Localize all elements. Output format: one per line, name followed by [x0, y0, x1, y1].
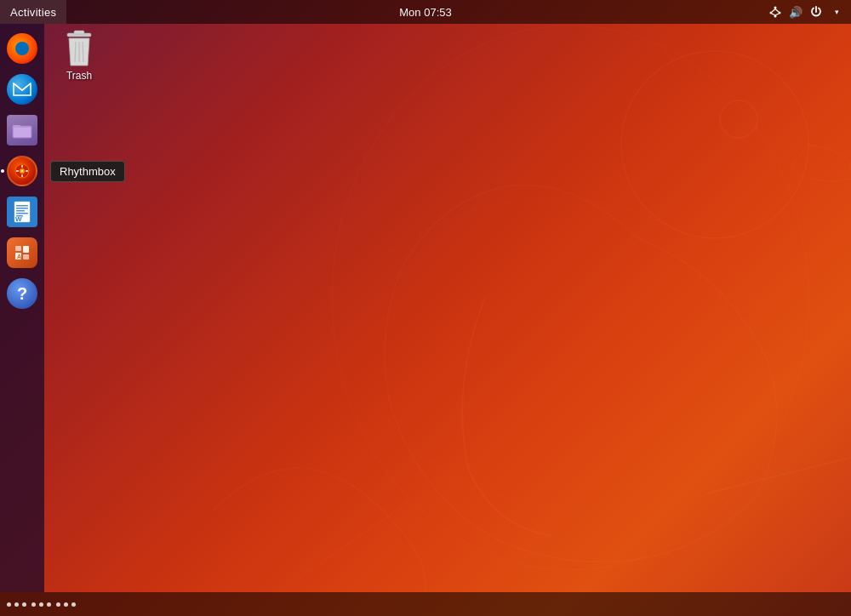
svg-rect-23	[16, 210, 25, 212]
dock-item-thunderbird[interactable]	[4, 71, 40, 107]
svg-text:A: A	[17, 254, 21, 260]
dot-5	[39, 602, 43, 607]
svg-point-15	[21, 170, 23, 172]
dock-item-writer[interactable]: W	[4, 194, 40, 230]
dot-3	[22, 602, 26, 607]
svg-line-8	[772, 9, 775, 13]
panel-right-icons: 🔊 ▾	[766, 0, 851, 24]
thunderbird-icon	[7, 74, 37, 105]
firefox-icon	[7, 33, 37, 64]
writer-icon: W	[7, 197, 37, 227]
dot-8	[64, 602, 68, 607]
svg-rect-29	[23, 254, 29, 260]
svg-line-11	[775, 14, 779, 15]
dot-7	[56, 602, 60, 607]
power-menu-chevron[interactable]: ▾	[827, 0, 846, 24]
trash-desktop-icon[interactable]: Trash	[58, 27, 100, 85]
dock-item-help[interactable]: ?	[4, 276, 40, 311]
help-icon: ?	[7, 278, 37, 309]
svg-rect-24	[16, 213, 28, 214]
dot-6	[47, 602, 51, 607]
power-icon[interactable]	[807, 0, 825, 24]
files-icon	[7, 115, 37, 145]
svg-rect-30	[15, 246, 21, 251]
dock-item-rhythmbox[interactable]: Rhythmbox	[4, 153, 40, 189]
svg-point-2	[720, 100, 757, 138]
svg-text:W: W	[15, 215, 22, 223]
rhythmbox-icon	[7, 156, 37, 186]
dock-item-appstore[interactable]: A	[4, 235, 40, 271]
svg-rect-22	[16, 208, 28, 209]
svg-line-9	[775, 9, 779, 13]
svg-line-3	[298, 502, 408, 579]
svg-point-1	[621, 51, 808, 238]
panel-clock[interactable]: Mon 07:53	[399, 6, 451, 19]
dot-9	[71, 602, 76, 607]
trash-label: Trash	[66, 70, 92, 82]
volume-icon[interactable]: 🔊	[786, 0, 805, 24]
svg-line-10	[772, 14, 775, 15]
svg-rect-28	[23, 246, 29, 253]
svg-rect-12	[13, 126, 31, 138]
show-applications-button[interactable]	[7, 602, 76, 607]
svg-rect-21	[16, 205, 28, 207]
desktop	[0, 0, 851, 616]
dock-item-firefox[interactable]	[4, 31, 40, 66]
activities-button[interactable]: Activities	[0, 0, 66, 24]
bottom-panel	[0, 592, 851, 616]
dot-4	[31, 602, 36, 607]
parrot-background	[213, 0, 851, 613]
svg-rect-33	[74, 31, 84, 34]
dot-2	[14, 602, 19, 607]
appstore-icon: A	[7, 237, 37, 268]
svg-point-4	[774, 7, 777, 9]
network-icon[interactable]	[766, 0, 785, 24]
dock: Rhythmbox W A	[0, 24, 44, 592]
trash-bin-icon	[61, 31, 97, 66]
dot-1	[7, 602, 11, 607]
top-panel: Activities Mon 07:53 🔊	[0, 0, 851, 24]
dock-item-files[interactable]	[4, 112, 40, 148]
svg-point-0	[332, 26, 808, 570]
